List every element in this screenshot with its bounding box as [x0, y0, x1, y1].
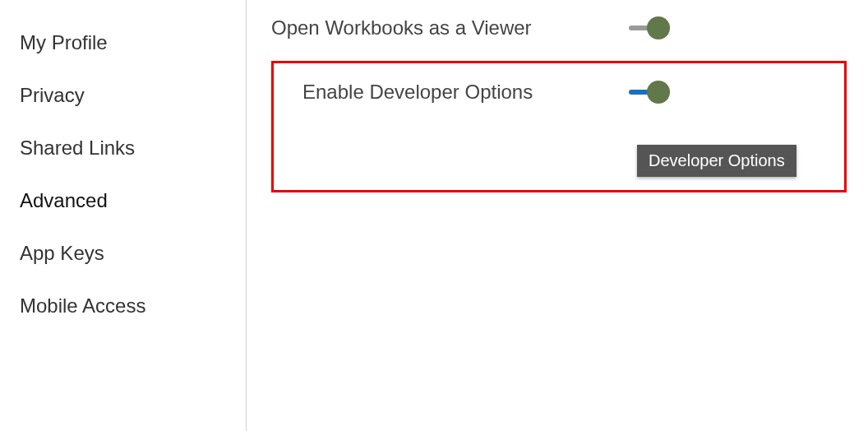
setting-label-open-workbooks: Open Workbooks as a Viewer [271, 16, 532, 39]
sidebar-item-shared-links[interactable]: Shared Links [0, 122, 246, 174]
toggle-knob-icon [647, 16, 670, 39]
tooltip-developer-options: Developer Options [637, 145, 796, 177]
setting-label-enable-developer: Enable Developer Options [302, 81, 533, 104]
sidebar-item-mobile-access[interactable]: Mobile Access [0, 280, 246, 332]
sidebar-item-app-keys[interactable]: App Keys [0, 227, 246, 280]
sidebar-item-advanced[interactable]: Advanced [0, 174, 246, 227]
main-content: Open Workbooks as a Viewer Enable Develo… [247, 0, 868, 431]
settings-sidebar: My Profile Privacy Shared Links Advanced… [0, 0, 247, 431]
sidebar-item-privacy[interactable]: Privacy [0, 69, 246, 122]
toggle-enable-developer[interactable] [629, 81, 670, 104]
sidebar-item-my-profile[interactable]: My Profile [0, 16, 246, 69]
toggle-open-workbooks[interactable] [629, 16, 670, 39]
setting-open-workbooks: Open Workbooks as a Viewer [271, 16, 670, 39]
toggle-knob-icon [647, 81, 670, 104]
setting-enable-developer: Enable Developer Options [302, 81, 670, 104]
